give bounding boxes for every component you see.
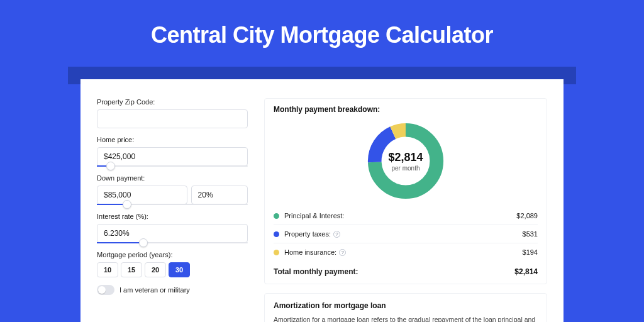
down-payment-amount-input[interactable]	[97, 186, 187, 204]
donut-chart: $2,814 per month	[365, 120, 447, 202]
zip-label: Property Zip Code:	[97, 98, 248, 106]
calculator-panel: Property Zip Code: Home price: Down paym…	[80, 79, 564, 322]
legend-value: $194	[523, 248, 538, 256]
legend-row: Principal & Interest:$2,089	[274, 207, 538, 225]
info-icon[interactable]: ?	[333, 231, 340, 238]
interest-rate-slider[interactable]	[97, 242, 248, 243]
legend-row: Home insurance:?$194	[274, 243, 538, 261]
veteran-toggle[interactable]	[97, 285, 114, 295]
breakdown-card: Monthly payment breakdown: $2,814 per mo…	[264, 98, 547, 284]
inputs-column: Property Zip Code: Home price: Down paym…	[97, 98, 248, 322]
zip-field: Property Zip Code:	[97, 98, 248, 128]
mortgage-period-label: Mortgage period (years):	[97, 251, 248, 258]
veteran-toggle-row: I am veteran or military	[97, 285, 248, 295]
interest-rate-label: Interest rate (%):	[97, 213, 248, 220]
breakdown-legend: Principal & Interest:$2,089Property taxe…	[274, 207, 538, 261]
amortization-card: Amortization for mortgage loan Amortizat…	[264, 293, 547, 322]
slider-thumb[interactable]	[106, 162, 115, 170]
down-payment-percent-input[interactable]	[191, 186, 248, 204]
down-payment-field: Down payment:	[97, 174, 248, 205]
slider-thumb[interactable]	[123, 200, 131, 209]
breakdown-column: Monthly payment breakdown: $2,814 per mo…	[264, 98, 547, 322]
page-title: Central City Mortgage Calculator	[0, 22, 644, 48]
info-icon[interactable]: ?	[339, 249, 346, 256]
donut-sub: per month	[391, 165, 419, 172]
legend-row: Property taxes:?$531	[274, 225, 538, 243]
interest-rate-input[interactable]	[97, 224, 248, 243]
amortization-title: Amortization for mortgage loan	[274, 301, 538, 310]
home-price-input[interactable]	[97, 147, 248, 166]
legend-label: Home insurance:	[284, 248, 336, 256]
period-20-button[interactable]: 20	[145, 262, 166, 277]
breakdown-title: Monthly payment breakdown:	[274, 105, 538, 114]
donut-amount: $2,814	[388, 151, 423, 164]
total-row: Total monthly payment: $2,814	[274, 261, 538, 280]
legend-dot	[274, 250, 279, 255]
legend-dot	[274, 213, 279, 219]
down-payment-label: Down payment:	[97, 174, 248, 182]
down-payment-slider[interactable]	[97, 204, 248, 205]
toggle-knob	[98, 286, 106, 294]
home-price-field: Home price:	[97, 136, 248, 167]
slider-thumb[interactable]	[139, 238, 148, 247]
period-15-button[interactable]: 15	[121, 262, 142, 277]
total-value: $2,814	[514, 267, 538, 276]
total-label: Total monthly payment:	[274, 267, 358, 276]
donut-chart-wrap: $2,814 per month	[274, 120, 538, 202]
legend-value: $531	[523, 230, 538, 238]
legend-value: $2,089	[516, 212, 538, 219]
period-30-button[interactable]: 30	[169, 262, 190, 277]
home-price-label: Home price:	[97, 136, 248, 143]
legend-label: Principal & Interest:	[284, 212, 344, 219]
amortization-text: Amortization for a mortgage loan refers …	[274, 315, 538, 322]
interest-rate-field: Interest rate (%):	[97, 213, 248, 243]
legend-label: Property taxes:	[284, 230, 331, 238]
home-price-slider[interactable]	[97, 165, 248, 167]
legend-dot	[274, 231, 279, 237]
period-10-button[interactable]: 10	[97, 262, 118, 277]
zip-input[interactable]	[97, 109, 248, 128]
veteran-label: I am veteran or military	[119, 286, 190, 294]
mortgage-period-field: Mortgage period (years): 10152030	[97, 251, 248, 277]
